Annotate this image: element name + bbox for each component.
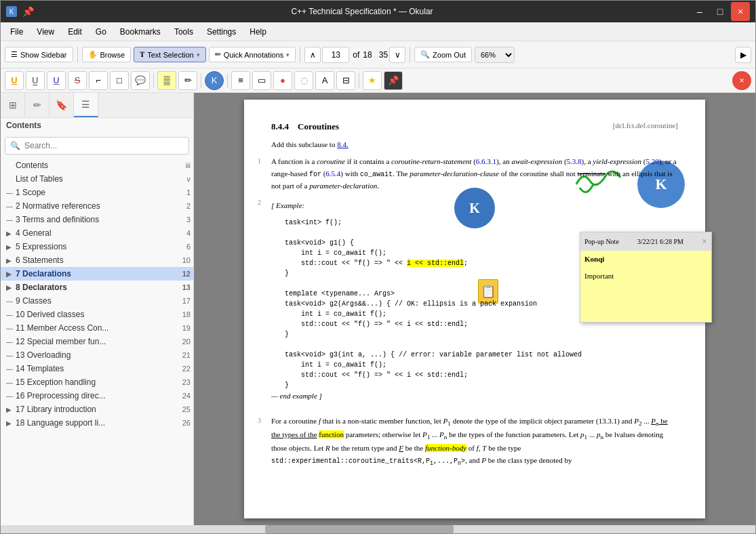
highlight-btn[interactable]: ▒ <box>157 71 176 90</box>
paint-btn[interactable]: ◌ <box>294 71 313 90</box>
toc-item-classes[interactable]: — 9 Classes 17 <box>1 294 193 308</box>
align-btn[interactable]: ≡ <box>231 71 250 90</box>
close-button[interactable]: × <box>731 2 750 21</box>
toc-item-list-of-tables[interactable]: List of Tables v <box>1 172 193 186</box>
bold-underline-btn[interactable]: U <box>47 71 66 90</box>
toc-num-member-access: 19 <box>182 324 191 332</box>
popup-content[interactable]: Important <box>580 268 711 322</box>
expand-icon-language-support: ▶ <box>6 419 14 427</box>
toc-item-normative[interactable]: — 2 Normative references 2 <box>1 199 193 213</box>
draw-btn[interactable]: ✏ <box>178 71 197 90</box>
zoom-out-button[interactable]: 🔍 Zoom Out <box>414 47 472 62</box>
toc-item-scope[interactable]: — 1 Scope 1 <box>1 186 193 199</box>
page-navigation: ∧ of 18 35 ∨ <box>304 47 405 63</box>
horizontal-scrollbar[interactable] <box>1 525 755 533</box>
maximize-button[interactable]: □ <box>711 2 730 21</box>
callout-btn[interactable]: 💬 <box>131 71 150 90</box>
box-btn[interactable]: □ <box>110 71 129 90</box>
prev-page-button[interactable]: ∧ <box>304 47 321 63</box>
expand-icon-normative: — <box>6 203 14 210</box>
toc-item-special-member[interactable]: — 12 Special member fun... 20 <box>1 335 193 348</box>
quick-annotations-dropdown-icon[interactable]: ▾ <box>286 52 290 58</box>
browse-button[interactable]: ✋ Browse <box>82 47 132 62</box>
term-p: P <box>481 456 486 464</box>
document-view[interactable]: K K <box>194 93 755 525</box>
toc-item-statements[interactable]: ▶ 6 Statements 10 <box>1 253 193 267</box>
popup-close-button[interactable]: × <box>702 234 707 249</box>
menu-bookmarks[interactable]: Bookmarks <box>113 24 167 39</box>
text-selection-icon: 𝐓 <box>140 50 144 59</box>
expand-icon-scope: — <box>6 189 14 197</box>
menu-tools[interactable]: Tools <box>167 24 200 39</box>
scroll-thumb[interactable] <box>265 525 454 533</box>
example-end: — end example ] <box>271 390 678 403</box>
zoom-select[interactable]: 66% 75% 100% 125% <box>475 47 515 63</box>
toc-item-language-support[interactable]: ▶ 18 Language support li... 26 <box>1 416 193 430</box>
current-page-input[interactable] <box>322 47 349 63</box>
toc-item-templates[interactable]: — 14 Templates 22 <box>1 362 193 375</box>
zoom-out-icon: 🔍 <box>420 50 430 59</box>
menu-settings[interactable]: Settings <box>200 24 243 39</box>
sidebar-tab-annotation[interactable]: ✏ <box>25 93 49 117</box>
slider-btn[interactable]: ⊟ <box>336 71 355 90</box>
toc-item-declarations[interactable]: ▶ 7 Declarations 12 <box>1 267 193 281</box>
crossed-terminate: terminate <box>577 169 605 178</box>
menu-edit[interactable]: Edit <box>61 24 89 39</box>
menu-file[interactable]: File <box>3 24 30 39</box>
show-sidebar-label: Show Sidebar <box>20 51 67 59</box>
sidebar-tab-thumbnail[interactable]: ⊞ <box>1 93 25 117</box>
ref-link[interactable]: 8.4. <box>337 140 349 148</box>
ann-separator-1 <box>153 73 154 88</box>
fill-btn[interactable]: ● <box>273 71 292 90</box>
toc-item-derived[interactable]: — 10 Derived classes 18 <box>1 308 193 321</box>
rect-btn[interactable]: ▭ <box>252 71 271 90</box>
next-page-button[interactable]: ∨ <box>389 47 405 63</box>
pin-ann-btn[interactable]: 📌 <box>384 71 403 90</box>
ref-520[interactable]: 5.20 <box>645 157 658 165</box>
text-size-btn[interactable]: A <box>315 71 334 90</box>
toc-item-preprocessing[interactable]: — 16 Preprocessing direc... 24 <box>1 389 193 403</box>
minimize-button[interactable]: – <box>690 2 709 21</box>
toc-item-general[interactable]: ▶ 4 General 4 <box>1 226 193 240</box>
expand-button[interactable]: ▶ <box>735 47 751 63</box>
toc-item-member-access[interactable]: — 11 Member Access Con... 19 <box>1 321 193 335</box>
ref-663[interactable]: 6.6.3.1 <box>476 157 496 165</box>
toc-num-language-support: 26 <box>182 419 191 427</box>
menu-go[interactable]: Go <box>89 24 113 39</box>
toc-label-normative: 2 Normative references <box>16 201 184 211</box>
star-btn[interactable]: ★ <box>363 71 382 90</box>
sidebar-tab-bookmark[interactable]: 🔖 <box>49 93 74 117</box>
toc-item-terms[interactable]: — 3 Terms and definitions 3 <box>1 213 193 226</box>
toc-item-declarators[interactable]: ▶ 8 Declarators 13 <box>1 281 193 294</box>
show-sidebar-button[interactable]: ☰ Show Sidebar <box>5 47 73 62</box>
toc-num-contents: iii <box>186 161 191 169</box>
toc-item-expressions[interactable]: ▶ 5 Expressions 6 <box>1 240 193 253</box>
toc-item-overloading[interactable]: — 13 Overloading 21 <box>1 348 193 362</box>
popup-header: Pop-up Note 3/22/21 6:28 PM × <box>580 232 711 251</box>
expand-icon-expressions: ▶ <box>6 243 14 251</box>
quick-annotations-button[interactable]: ✏ Quick Annotations ▾ <box>209 47 296 62</box>
pin-icon[interactable]: 📌 <box>22 6 34 17</box>
ref-538[interactable]: 5.3.8 <box>567 157 582 165</box>
term-p2: P <box>634 417 639 425</box>
menu-help[interactable]: Help <box>243 24 273 39</box>
ref-654[interactable]: 6.5.4 <box>325 169 340 178</box>
toc-item-contents[interactable]: Contents iii <box>1 159 193 172</box>
strikethrough-btn[interactable]: S <box>68 71 87 90</box>
toc-item-exception[interactable]: — 15 Exception handling 23 <box>1 375 193 389</box>
toc-search-input[interactable] <box>5 137 189 155</box>
underline-btn[interactable]: U <box>5 71 24 90</box>
toc-item-library-intro[interactable]: ▶ 17 Library introduction 25 <box>1 403 193 416</box>
text-selection-dropdown-icon[interactable]: ▾ <box>197 52 200 58</box>
indent-btn[interactable]: ⌐ <box>89 71 108 90</box>
menu-view[interactable]: View <box>30 24 61 39</box>
close-ann-toolbar-btn[interactable]: × <box>732 71 751 90</box>
toc-num-library-intro: 25 <box>182 405 191 413</box>
toolbar-right: ▶ <box>735 47 751 63</box>
ann-separator-3 <box>227 73 228 88</box>
toc-num-scope: 1 <box>186 188 191 197</box>
sidebar-tab-toc[interactable]: ☰ <box>74 93 98 117</box>
underline2-btn[interactable]: U̲ <box>26 71 45 90</box>
text-selection-button[interactable]: 𝐓 Text Selection ▾ <box>134 47 205 62</box>
kde-icon-btn[interactable]: K <box>205 71 224 90</box>
